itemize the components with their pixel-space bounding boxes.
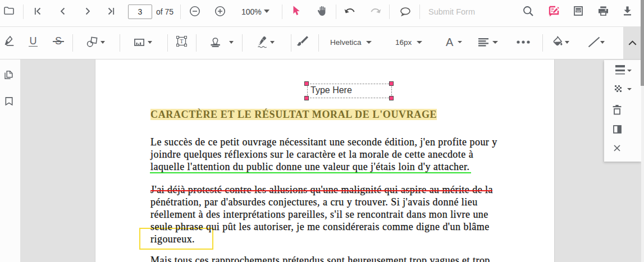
svg-text:T: T bbox=[180, 38, 184, 44]
